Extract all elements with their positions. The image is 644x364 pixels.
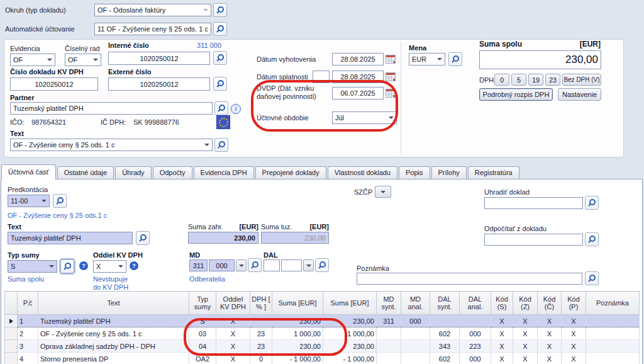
- cell-oddiel-kv-dph[interactable]: X: [216, 340, 250, 353]
- cell-md-anal[interactable]: [401, 327, 430, 340]
- md-synt-field[interactable]: 311: [189, 259, 208, 271]
- nastavenie-button[interactable]: Nastavenie: [558, 88, 601, 101]
- automaticke-uctovanie-lookup-button[interactable]: [213, 22, 227, 36]
- col-header-kod-s[interactable]: Kód (S): [491, 292, 513, 315]
- typ-sumy-lookup-button[interactable]: [60, 259, 74, 273]
- podrobny-rozpis-dph-button[interactable]: Podrobný rozpis DPH: [479, 88, 553, 101]
- oddiel-kv-dph-combobox[interactable]: X: [93, 260, 126, 273]
- col-header-kod-c[interactable]: Kód (Č): [538, 292, 562, 315]
- cell-poznamka[interactable]: [586, 340, 640, 353]
- riadok-text-lookup-button[interactable]: [136, 231, 150, 245]
- cell-dph-pct[interactable]: 23: [250, 340, 272, 353]
- externe-cislo-field[interactable]: 1020250012: [108, 77, 210, 91]
- col-header-typ-sumy[interactable]: Typ sumy: [189, 292, 216, 315]
- uhradit-doklad-field[interactable]: [484, 197, 583, 209]
- interne-cislo-field[interactable]: 1020250012: [108, 52, 210, 65]
- predkontacia-lookup-button[interactable]: [53, 194, 67, 208]
- cell-poznamka[interactable]: [586, 327, 640, 340]
- datum-vyhotovenia-field[interactable]: 28.08.2025: [332, 53, 384, 65]
- calendar-icon[interactable]: [386, 72, 396, 81]
- ciselny-rad-combobox[interactable]: OF: [65, 54, 101, 66]
- datum-splatnosti-field[interactable]: 28.08.2025: [332, 71, 384, 83]
- cell-dal-synt[interactable]: [430, 315, 460, 327]
- col-header-suma-eur-2[interactable]: Suma [EUR]: [323, 292, 377, 315]
- cell-dph-pct[interactable]: 23: [250, 327, 272, 340]
- cell-pc[interactable]: 2: [18, 327, 38, 340]
- cell-text[interactable]: OF - Zvýšenie ceny § 25 ods. 1 c: [38, 327, 189, 340]
- cell-kod-p[interactable]: X: [562, 327, 586, 340]
- dph-rate-19-button[interactable]: 19: [528, 74, 543, 86]
- col-header-kod-z[interactable]: Kód (Z): [513, 292, 538, 315]
- cell-kod-s[interactable]: X: [491, 353, 513, 364]
- tab-uhrady[interactable]: Úhrady: [115, 166, 151, 179]
- col-header-suma-eur-1[interactable]: Suma [EUR]: [272, 292, 323, 315]
- col-header-pc[interactable]: P.č: [18, 292, 38, 315]
- bez-dph-button[interactable]: Bez DPH (V): [562, 74, 601, 86]
- tab-prepojene-doklady[interactable]: Prepojené doklady: [255, 166, 326, 179]
- mena-lookup-button[interactable]: [448, 52, 462, 66]
- cell-suma-eur-1[interactable]: 230,00: [272, 315, 323, 327]
- cell-dal-synt[interactable]: 602: [430, 353, 460, 364]
- cell-kod-z[interactable]: X: [513, 353, 538, 364]
- cell-kod-c[interactable]: X: [538, 353, 562, 364]
- col-header-md-anal[interactable]: MD anal.: [401, 292, 430, 315]
- dph-rate-5-button[interactable]: 5: [511, 74, 526, 86]
- cell-md-synt[interactable]: [377, 327, 401, 340]
- odpocitat-field[interactable]: [484, 234, 583, 246]
- tab-registratura[interactable]: Registratúra: [468, 166, 519, 179]
- dal-anal-field[interactable]: [281, 259, 302, 271]
- col-header-oddiel-kv-dph[interactable]: Oddiel KV DPH: [216, 292, 250, 315]
- col-header-md-synt[interactable]: MD synt.: [377, 292, 401, 315]
- uhradit-doklad-lookup-button[interactable]: [585, 196, 599, 210]
- cell-md-synt[interactable]: 311: [377, 315, 401, 327]
- cell-md-anal[interactable]: [401, 353, 430, 364]
- md-dropdown-button[interactable]: [236, 259, 247, 271]
- row-selector[interactable]: [5, 327, 18, 340]
- cell-dph-pct[interactable]: 0: [250, 353, 272, 364]
- suma-spolu-field[interactable]: 230,00: [479, 50, 601, 69]
- dal-dropdown-button[interactable]: [303, 259, 314, 271]
- typ-sumy-help-icon[interactable]: ?: [79, 261, 88, 270]
- cell-oddiel-kv-dph[interactable]: X: [216, 315, 250, 327]
- cell-suma-eur-2[interactable]: 1 000,00: [323, 327, 377, 340]
- szcp-dropdown-button[interactable]: [375, 186, 391, 198]
- cell-suma-eur-2[interactable]: - 1 000,00: [323, 353, 377, 364]
- cell-kod-s[interactable]: X: [491, 327, 513, 340]
- cell-kod-z[interactable]: X: [513, 340, 538, 353]
- okruh-combobox[interactable]: OF - Odoslané faktúry: [94, 4, 211, 16]
- tab-odpocty[interactable]: Odpočty: [153, 166, 192, 179]
- cell-dal-anal[interactable]: 223: [460, 340, 491, 353]
- externe-cislo-lookup-button[interactable]: [213, 77, 227, 91]
- cell-pc[interactable]: 4: [18, 353, 38, 364]
- col-header-dal-synt[interactable]: DAL synt.: [430, 292, 460, 315]
- cell-kod-z[interactable]: X: [513, 327, 538, 340]
- info-icon[interactable]: i: [231, 104, 241, 114]
- suma-zahr-field[interactable]: 230,00: [188, 232, 258, 244]
- row-selector[interactable]: [5, 340, 18, 353]
- row-selector[interactable]: [5, 315, 18, 327]
- tab-popis[interactable]: Popis: [399, 166, 430, 179]
- col-header-kod-p[interactable]: Kód (P): [562, 292, 586, 315]
- cell-pc[interactable]: 1: [18, 315, 38, 327]
- cell-kod-c[interactable]: X: [538, 340, 562, 353]
- poznamka-lookup-button[interactable]: [585, 271, 599, 285]
- col-header-dph-pct[interactable]: DPH [ % ]: [250, 292, 272, 315]
- cell-suma-eur-1[interactable]: 1 000,00: [272, 327, 323, 340]
- row-selector[interactable]: [5, 353, 18, 364]
- cell-md-anal[interactable]: [401, 340, 430, 353]
- dal-synt-field[interactable]: [264, 259, 280, 271]
- tab-vlastnosti-dokladu[interactable]: Vlastnosti dokladu: [328, 166, 397, 179]
- cell-suma-eur-2[interactable]: 230,00: [323, 340, 377, 353]
- cell-text[interactable]: Storno prenesenia DP: [38, 353, 189, 364]
- oddiel-kv-dph-help-icon[interactable]: ?: [130, 261, 138, 270]
- cell-kod-z[interactable]: X: [513, 315, 538, 327]
- cell-oddiel-kv-dph[interactable]: X: [216, 327, 250, 340]
- cell-dal-synt[interactable]: 343: [430, 340, 460, 353]
- cell-oddiel-kv-dph[interactable]: X: [216, 353, 250, 364]
- cell-dph-pct[interactable]: [250, 315, 272, 327]
- evidencia-combobox[interactable]: OF: [10, 54, 55, 66]
- cell-kod-c[interactable]: X: [538, 315, 562, 327]
- cell-text[interactable]: Oprava základnej sadzby DPH - DPH: [38, 340, 189, 353]
- automaticke-uctovanie-combobox[interactable]: 11 OF - Zvýšenie ceny § 25 ods. 1 c (t: [94, 23, 211, 35]
- dvdp-field[interactable]: 06.07.2025: [332, 87, 384, 100]
